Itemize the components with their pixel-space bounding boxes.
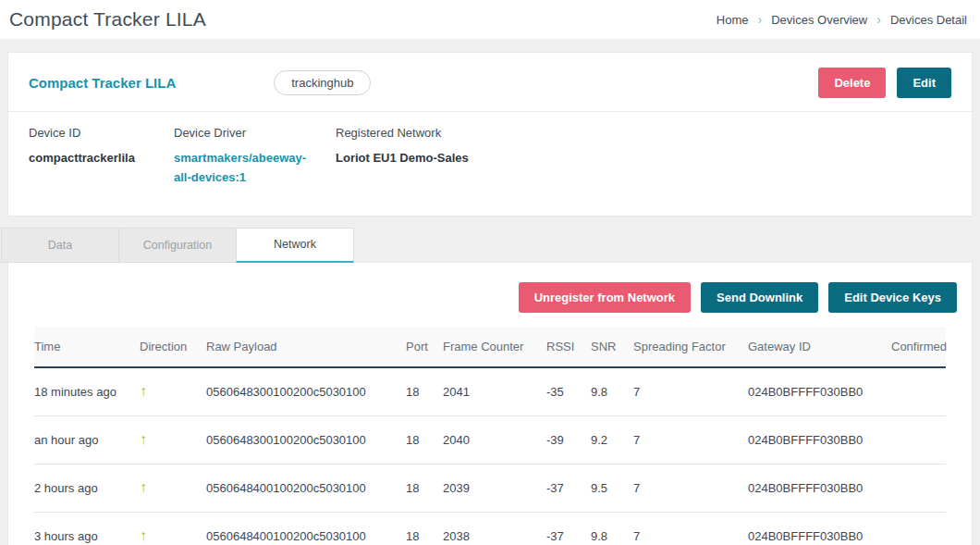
cell-direction: ↑ (138, 527, 206, 544)
cell-raw-payload: 0560648400100200c5030100 (206, 529, 406, 543)
cell-snr: 9.8 (591, 529, 633, 543)
uplink-arrow-icon: ↑ (140, 383, 147, 399)
device-name: Compact Tracker LILA (29, 75, 176, 91)
cell-rssi: -37 (546, 481, 591, 495)
cell-snr: 9.8 (591, 385, 633, 399)
cell-spreading-factor: 7 (633, 529, 748, 543)
cell-port: 18 (406, 529, 443, 543)
device-id-value: compacttrackerlila (29, 148, 174, 167)
uplink-arrow-icon: ↑ (140, 479, 147, 495)
edit-device-keys-button[interactable]: Edit Device Keys (828, 282, 957, 313)
cell-time: an hour ago (34, 433, 138, 447)
device-fields: Device ID compacttrackerlila Device Driv… (8, 112, 972, 216)
column-header-snr: SNR (591, 340, 633, 353)
breadcrumb-item-devices-overview[interactable]: Devices Overview (771, 13, 867, 27)
cell-raw-payload: 0560648300100200c5030100 (206, 433, 406, 447)
cell-rssi: -37 (546, 529, 591, 543)
cell-snr: 9.5 (591, 481, 633, 495)
column-header-gateway-id: Gateway ID (748, 340, 891, 353)
field-device-id: Device ID compacttrackerlila (29, 126, 174, 188)
column-header-port: Port (406, 340, 443, 353)
cell-rssi: -35 (546, 385, 591, 399)
page-title: Compact Tracker LILA (9, 8, 206, 31)
device-driver-link[interactable]: smartmakers/abeeway-all-devices:1 (174, 148, 314, 188)
top-bar: Compact Tracker LILA Home › Devices Over… (0, 0, 980, 39)
breadcrumb-item-home[interactable]: Home (717, 13, 749, 27)
cell-snr: 9.2 (591, 433, 633, 447)
breadcrumb: Home › Devices Overview › Devices Detail (717, 12, 967, 27)
edit-button[interactable]: Edit (897, 68, 951, 98)
device-card-actions: Delete Edit (818, 68, 951, 98)
chevron-right-icon: › (758, 12, 763, 27)
tab-data[interactable]: Data (1, 228, 119, 263)
uplink-messages-table: Time Direction Raw Payload Port Frame Co… (34, 327, 946, 545)
cell-raw-payload: 0560648400100200c5030100 (206, 481, 406, 495)
chevron-right-icon: › (876, 12, 881, 27)
cell-frame-counter: 2038 (443, 529, 546, 543)
cell-time: 2 hours ago (34, 481, 138, 495)
field-registered-network: Registered Network Loriot EU1 Demo-Sales (336, 126, 469, 188)
cell-raw-payload: 0560648300100200c5030100 (206, 385, 406, 399)
device-tag-badge: trackinghub (274, 70, 371, 95)
cell-gateway-id: 024B0BFFFF030BB0 (748, 385, 891, 399)
send-downlink-button[interactable]: Send Downlink (701, 282, 818, 313)
cell-frame-counter: 2039 (443, 481, 546, 495)
field-label: Device Driver (174, 126, 336, 140)
uplink-arrow-icon: ↑ (140, 527, 147, 543)
table-row: 2 hours ago ↑ 0560648400100200c5030100 1… (34, 464, 946, 513)
cell-spreading-factor: 7 (633, 385, 748, 399)
table-header-row: Time Direction Raw Payload Port Frame Co… (34, 327, 946, 368)
cell-gateway-id: 024B0BFFFF030BB0 (748, 529, 891, 543)
column-header-frame-counter: Frame Counter (443, 340, 546, 353)
field-device-driver: Device Driver smartmakers/abeeway-all-de… (174, 126, 336, 188)
table-row: 18 minutes ago ↑ 0560648300100200c503010… (34, 368, 946, 416)
table-row: 3 hours ago ↑ 0560648400100200c5030100 1… (34, 513, 946, 545)
cell-frame-counter: 2041 (443, 385, 546, 399)
cell-direction: ↑ (138, 479, 206, 496)
cell-frame-counter: 2040 (443, 433, 546, 447)
cell-time: 18 minutes ago (34, 385, 138, 399)
unregister-from-network-button[interactable]: Unregister from Network (519, 282, 691, 313)
delete-button[interactable]: Delete (818, 68, 886, 98)
column-header-time: Time (34, 340, 138, 353)
cell-spreading-factor: 7 (633, 481, 748, 495)
column-header-rssi: RSSI (546, 340, 591, 353)
field-label: Registered Network (336, 126, 469, 140)
column-header-direction: Direction (138, 340, 206, 353)
table-row: an hour ago ↑ 0560648300100200c5030100 1… (34, 416, 946, 464)
column-header-spreading-factor: Spreading Factor (633, 340, 748, 353)
device-summary-card: Compact Tracker LILA trackinghub Delete … (7, 52, 973, 217)
network-panel: Unregister from Network Send Downlink Ed… (7, 262, 973, 545)
breadcrumb-item-devices-detail: Devices Detail (890, 13, 967, 27)
cell-direction: ↑ (138, 431, 206, 448)
cell-rssi: -39 (546, 433, 591, 447)
cell-port: 18 (406, 385, 443, 399)
cell-direction: ↑ (138, 383, 206, 400)
device-card-header: Compact Tracker LILA trackinghub Delete … (8, 53, 972, 111)
cell-port: 18 (406, 433, 443, 447)
tab-bar: Data Configuration Network (0, 228, 980, 263)
registered-network-value: Loriot EU1 Demo-Sales (336, 148, 469, 167)
cell-time: 3 hours ago (34, 529, 138, 543)
cell-gateway-id: 024B0BFFFF030BB0 (748, 433, 891, 447)
column-header-raw-payload: Raw Payload (206, 340, 406, 353)
cell-spreading-factor: 7 (633, 433, 748, 447)
field-label: Device ID (29, 126, 174, 140)
network-panel-actions: Unregister from Network Send Downlink Ed… (8, 263, 972, 327)
tab-configuration[interactable]: Configuration (118, 228, 237, 263)
column-header-confirmed: Confirmed (891, 340, 947, 353)
cell-gateway-id: 024B0BFFFF030BB0 (748, 481, 891, 495)
cell-port: 18 (406, 481, 443, 495)
tab-network[interactable]: Network (236, 228, 354, 263)
uplink-arrow-icon: ↑ (140, 431, 147, 447)
